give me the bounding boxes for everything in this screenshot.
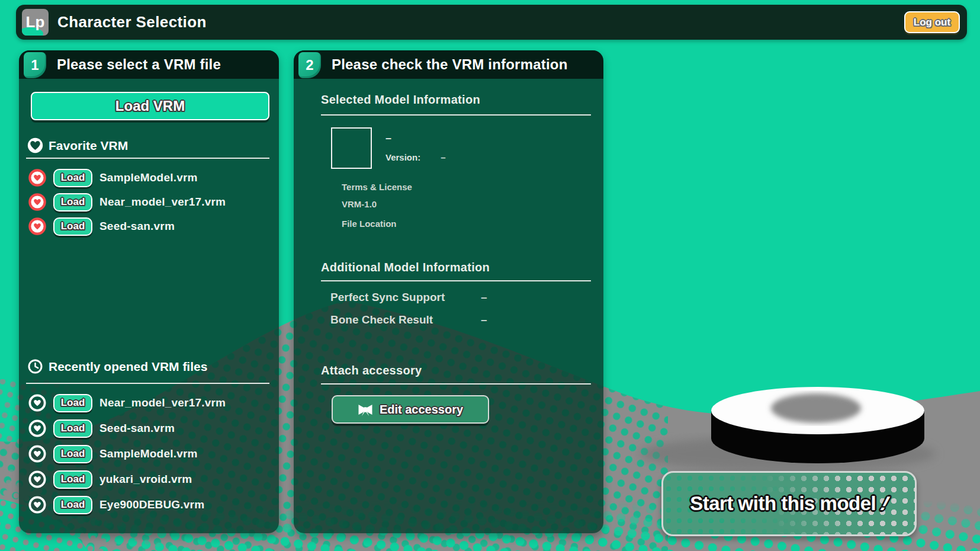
load-vrm-button[interactable]: Load VRM (31, 92, 269, 120)
attach-accessory-heading: Attach accessory (321, 364, 422, 377)
recent-list: LoadNear_model_ver17.vrmLoadSeed-san.vrm… (28, 392, 273, 515)
selected-model-info-rule (321, 114, 591, 116)
favorite-heart-outline-icon (28, 445, 46, 463)
favorite-toggle-button[interactable] (28, 217, 46, 235)
select-vrm-panel-header: 1 Please select a VRM file (19, 50, 279, 79)
favorite-toggle-button[interactable] (28, 496, 46, 514)
file-name: SampleModel.vrm (99, 447, 198, 460)
favorite-heart-icon (28, 193, 46, 211)
favorite-toggle-button[interactable] (28, 419, 46, 437)
recent-vrm-heading: Recently opened VRM files (27, 358, 207, 374)
additional-model-info-rule (321, 280, 591, 281)
perfect-sync-label: Perfect Sync Support (330, 291, 481, 304)
file-row: LoadSampleModel.vrm (28, 443, 273, 464)
favorite-vrm-heading-label: Favorite VRM (49, 139, 128, 153)
favorite-toggle-button[interactable] (28, 193, 46, 211)
terms-license-link[interactable]: Terms & License (342, 182, 412, 192)
file-name: yukari_vroid.vrm (99, 473, 192, 486)
load-file-button[interactable]: Load (53, 470, 92, 489)
favorite-section-rule (26, 158, 269, 159)
favorite-heart-outline-icon (28, 419, 46, 437)
history-clock-icon (27, 358, 43, 374)
load-file-button[interactable]: Load (53, 419, 92, 438)
favorite-toggle-button[interactable] (28, 169, 46, 187)
vrm-spec-value: VRM-1.0 (342, 199, 377, 209)
load-file-button[interactable]: Load (53, 193, 92, 212)
step-1-badge: 1 (24, 52, 46, 78)
perfect-sync-value: – (481, 291, 487, 304)
ribbon-bow-icon (358, 403, 373, 417)
favorite-list: LoadSampleModel.vrmLoadNear_model_ver17.… (28, 167, 273, 237)
file-row: LoadEye900DEBUG.vrm (28, 494, 273, 515)
load-file-button[interactable]: Load (53, 445, 92, 463)
app-logo: Lp (22, 9, 49, 36)
favorite-heart-outline-icon (28, 496, 46, 514)
file-row: LoadNear_model_ver17.vrm (28, 392, 273, 414)
version-label: Version: (385, 152, 420, 162)
load-file-button[interactable]: Load (53, 217, 92, 236)
load-file-button[interactable]: Load (53, 169, 92, 187)
file-location-link[interactable]: File Location (342, 219, 397, 229)
favorite-heart-outline-icon (28, 394, 46, 412)
vrm-info-panel-title: Please check the VRM information (332, 50, 568, 79)
file-row: LoadSeed-san.vrm (28, 418, 273, 439)
file-name: Near_model_ver17.vrm (99, 396, 226, 409)
selected-model-info-heading: Selected Model Information (321, 93, 480, 107)
file-row: LoadSeed-san.vrm (28, 216, 273, 237)
favorite-heart-outline-icon (28, 470, 46, 488)
perfect-sync-row: Perfect Sync Support – (330, 291, 487, 304)
model-version-row: Version:– (385, 152, 446, 162)
load-file-button[interactable]: Load (53, 496, 92, 514)
vrm-info-panel: 2 Please check the VRM information Selec… (294, 50, 603, 533)
select-vrm-panel-title: Please select a VRM file (57, 50, 221, 79)
file-name: Near_model_ver17.vrm (99, 196, 226, 209)
heart-circle-icon (27, 137, 43, 153)
file-row: LoadSampleModel.vrm (28, 167, 273, 188)
file-name: Eye900DEBUG.vrm (99, 498, 204, 511)
edit-accessory-label: Edit accessory (380, 403, 463, 417)
recent-section-rule (26, 383, 269, 384)
bone-check-value: – (481, 313, 487, 326)
logo-text: Lp (26, 13, 45, 31)
favorite-heart-icon (28, 217, 46, 235)
file-row: Loadyukari_vroid.vrm (28, 469, 273, 490)
bone-check-row: Bone Check Result – (330, 313, 487, 326)
step-2-badge: 2 (298, 52, 321, 78)
start-with-model-button[interactable]: Start with this model! (661, 471, 917, 536)
recent-vrm-heading-label: Recently opened VRM files (49, 360, 207, 374)
character-selection-screen: Lp Character Selection Log out 1 Please … (0, 0, 980, 551)
file-name: SampleModel.vrm (99, 171, 198, 184)
favorite-toggle-button[interactable] (28, 445, 46, 463)
title-bar: Lp Character Selection Log out (16, 5, 967, 40)
model-thumbnail-box (331, 127, 372, 169)
file-row: LoadNear_model_ver17.vrm (28, 191, 273, 213)
vrm-info-panel-header: 2 Please check the VRM information (294, 50, 603, 79)
file-name: Seed-san.vrm (99, 422, 175, 435)
logout-button[interactable]: Log out (904, 11, 960, 33)
favorite-toggle-button[interactable] (28, 470, 46, 488)
version-value: – (441, 152, 445, 162)
favorite-heart-icon (28, 169, 46, 187)
favorite-vrm-heading: Favorite VRM (27, 137, 128, 153)
page-title: Character Selection (57, 5, 207, 40)
load-file-button[interactable]: Load (53, 394, 92, 412)
attach-accessory-rule (321, 383, 591, 385)
favorite-toggle-button[interactable] (28, 394, 46, 412)
bone-check-label: Bone Check Result (330, 313, 481, 326)
file-name: Seed-san.vrm (99, 220, 175, 233)
start-button-label: Start with this model! (690, 492, 888, 515)
select-vrm-panel: 1 Please select a VRM file Load VRM Favo… (19, 50, 279, 533)
edit-accessory-button[interactable]: Edit accessory (332, 395, 489, 424)
additional-model-info-heading: Additional Model Information (321, 261, 490, 274)
model-name-value: – (385, 132, 391, 145)
